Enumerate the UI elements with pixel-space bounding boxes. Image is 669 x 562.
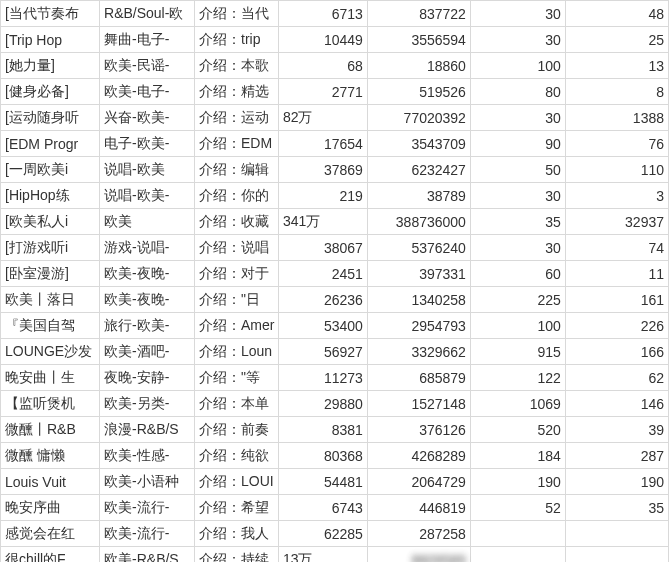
cell-value[interactable] [565,521,668,547]
cell-value[interactable]: 4268289 [367,443,470,469]
cell-text[interactable]: 兴奋-欧美- [100,105,195,131]
cell-value[interactable]: 837722 [367,1,470,27]
table-row[interactable]: [Trip Hop舞曲-电子-介绍：trip1044935565943025 [1,27,669,53]
cell-value[interactable]: 56927 [278,339,367,365]
cell-text[interactable]: R&B/Soul-欧 [100,1,195,27]
cell-value[interactable]: 35 [565,495,668,521]
cell-text[interactable]: 介绍："日 [195,287,279,313]
cell-text[interactable]: 欧美-电子- [100,79,195,105]
table-row[interactable]: LOUNGE沙发欧美-酒吧-介绍：Loun569273329662915166 [1,339,669,365]
cell-text[interactable]: [健身必备] [1,79,100,105]
table-row[interactable]: [打游戏听i游戏-说唱-介绍：说唱3806753762403074 [1,235,669,261]
cell-value[interactable]: 10449 [278,27,367,53]
cell-text[interactable]: [EDM Progr [1,131,100,157]
cell-value[interactable]: 25 [565,27,668,53]
cell-value[interactable]: 26236 [278,287,367,313]
cell-value[interactable]: 11273 [278,365,367,391]
cell-value[interactable]: 100 [470,53,565,79]
cell-text[interactable]: 电子-欧美- [100,131,195,157]
cell-text[interactable]: 介绍："等 [195,365,279,391]
table-row[interactable]: [当代节奏布R&B/Soul-欧介绍：当代67138377223048 [1,1,669,27]
cell-text[interactable]: 介绍：希望 [195,495,279,521]
cell-value[interactable]: 38067 [278,235,367,261]
cell-value[interactable]: 397331 [367,261,470,287]
table-row[interactable]: [运动随身听兴奋-欧美-介绍：运动82万77020392301388 [1,105,669,131]
cell-text[interactable]: 欧美-夜晚- [100,261,195,287]
cell-value[interactable]: 50 [470,157,565,183]
table-row[interactable]: 很chill的F欧美-R&B/S介绍：持续13万8609589 [1,547,669,563]
cell-value[interactable]: 52 [470,495,565,521]
cell-text[interactable]: 介绍：说唱 [195,235,279,261]
table-row[interactable]: [欧美私人i欧美介绍：收藏341万3887360003532937 [1,209,669,235]
cell-value[interactable]: 60 [470,261,565,287]
cell-text[interactable]: 微醺 慵懒 [1,443,100,469]
cell-value[interactable]: 30 [470,1,565,27]
cell-value[interactable]: 32937 [565,209,668,235]
cell-value[interactable]: 161 [565,287,668,313]
data-grid[interactable]: [当代节奏布R&B/Soul-欧介绍：当代67138377223048[Trip… [0,0,669,562]
cell-value[interactable]: 184 [470,443,565,469]
cell-text[interactable]: 欧美-流行- [100,521,195,547]
cell-text[interactable]: 介绍：Loun [195,339,279,365]
cell-text[interactable]: 介绍：LOUI [195,469,279,495]
table-row[interactable]: [HipHop练说唱-欧美-介绍：你的21938789303 [1,183,669,209]
cell-value[interactable] [470,547,565,563]
cell-text[interactable]: 感觉会在红 [1,521,100,547]
cell-text[interactable]: Louis Vuit [1,469,100,495]
cell-text[interactable]: [欧美私人i [1,209,100,235]
cell-text[interactable]: 欧美-R&B/S [100,547,195,563]
cell-text[interactable]: [卧室漫游] [1,261,100,287]
cell-text[interactable]: 晚安序曲 [1,495,100,521]
cell-text[interactable]: 很chill的F [1,547,100,563]
cell-value[interactable]: 80368 [278,443,367,469]
cell-value[interactable]: 30 [470,105,565,131]
cell-text[interactable]: 介绍：对于 [195,261,279,287]
cell-value[interactable]: 6713 [278,1,367,27]
cell-text[interactable]: [运动随身听 [1,105,100,131]
cell-value[interactable]: 388736000 [367,209,470,235]
cell-value[interactable]: 287258 [367,521,470,547]
cell-value[interactable]: 190 [565,469,668,495]
cell-text[interactable]: 浪漫-R&B/S [100,417,195,443]
cell-value[interactable]: 166 [565,339,668,365]
cell-value[interactable]: 3329662 [367,339,470,365]
cell-text[interactable]: 介绍：Amer [195,313,279,339]
cell-value[interactable]: 53400 [278,313,367,339]
cell-text[interactable]: 介绍：当代 [195,1,279,27]
cell-text[interactable]: [Trip Hop [1,27,100,53]
cell-value[interactable]: 5376240 [367,235,470,261]
cell-value[interactable]: 190 [470,469,565,495]
cell-value[interactable]: 1340258 [367,287,470,313]
table-row[interactable]: 微醺丨R&B浪漫-R&B/S介绍：前奏838137612652039 [1,417,669,443]
cell-value[interactable]: 3 [565,183,668,209]
cell-value[interactable]: 685879 [367,365,470,391]
cell-value[interactable]: 8 [565,79,668,105]
cell-value[interactable]: 68 [278,53,367,79]
table-row[interactable]: [一周欧美i说唱-欧美介绍：编辑37869623242750110 [1,157,669,183]
cell-text[interactable]: 说唱-欧美- [100,183,195,209]
table-row[interactable]: [她力量]欧美-民谣-介绍：本歌681886010013 [1,53,669,79]
cell-text[interactable]: [一周欧美i [1,157,100,183]
cell-text[interactable]: 【监听煲机 [1,391,100,417]
cell-value[interactable] [470,521,565,547]
cell-value[interactable]: 82万 [278,105,367,131]
table-row[interactable]: [健身必备]欧美-电子-介绍：精选2771519526808 [1,79,669,105]
cell-text[interactable]: 欧美-夜晚- [100,287,195,313]
cell-text[interactable]: 微醺丨R&B [1,417,100,443]
cell-value[interactable]: 37869 [278,157,367,183]
cell-text[interactable]: 欧美-另类- [100,391,195,417]
cell-text[interactable]: 欧美-民谣- [100,53,195,79]
cell-value[interactable]: 76 [565,131,668,157]
cell-text[interactable]: 舞曲-电子- [100,27,195,53]
cell-value[interactable]: 77020392 [367,105,470,131]
table-row[interactable]: 『美国自驾旅行-欧美-介绍：Amer534002954793100226 [1,313,669,339]
cell-value[interactable]: 11 [565,261,668,287]
cell-value[interactable]: 225 [470,287,565,313]
cell-value[interactable]: 8609589 [367,547,470,563]
cell-value[interactable]: 74 [565,235,668,261]
cell-value[interactable]: 3556594 [367,27,470,53]
table-row[interactable]: 微醺 慵懒欧美-性感-介绍：纯欲803684268289184287 [1,443,669,469]
cell-value[interactable]: 39 [565,417,668,443]
cell-text[interactable]: 欧美 [100,209,195,235]
cell-value[interactable]: 146 [565,391,668,417]
